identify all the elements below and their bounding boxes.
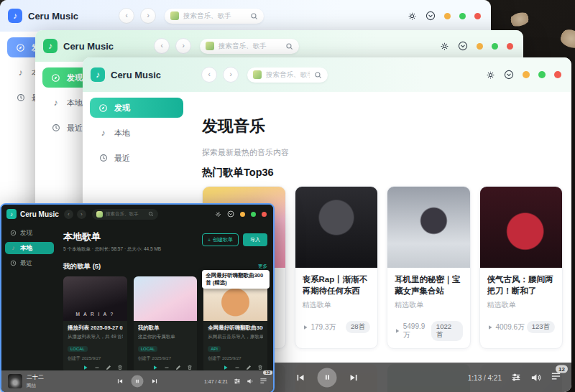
local-header-row: 本地歌单 5 个本地歌单 · 总时长: 58:57 · 总大小: 44.5 MB… xyxy=(63,230,267,253)
nav-buttons: ‹ › xyxy=(154,38,191,54)
play-icon[interactable] xyxy=(223,365,229,370)
edit-icon[interactable] xyxy=(106,365,111,370)
search-icon[interactable] xyxy=(285,42,293,50)
equalizer-icon[interactable] xyxy=(511,373,521,383)
previous-track-icon[interactable] xyxy=(296,373,305,382)
pause-button[interactable] xyxy=(132,375,144,388)
search-placeholder: 搜索音乐、歌手 xyxy=(106,211,145,218)
settings-gear-icon[interactable] xyxy=(215,211,221,218)
local-playlist-card[interactable]: 我的歌单 这是你的专属歌单 LOCAL 创建于 2025/9/27 xyxy=(134,276,198,373)
import-button[interactable]: 导入 xyxy=(243,233,267,246)
sidebar-item-discover[interactable]: 发现 xyxy=(90,98,183,118)
maximize-dot-button[interactable] xyxy=(492,43,498,50)
sidebar-label: 最近 xyxy=(67,123,83,134)
delete-icon[interactable] xyxy=(187,365,193,370)
search-icon[interactable] xyxy=(314,71,322,79)
search-input[interactable]: 搜索音乐、歌手 xyxy=(200,39,299,54)
music-note-icon: ♪ xyxy=(51,98,60,107)
maximize-dot-button[interactable] xyxy=(459,13,466,19)
minimize-chevron-icon[interactable] xyxy=(504,70,514,80)
remove-icon[interactable] xyxy=(234,365,240,370)
playlist-card[interactable]: 耳机里的秘密｜宝藏女声集合站 精选歌单 5499.9万 1022首 xyxy=(387,186,471,349)
pause-button[interactable] xyxy=(318,368,337,387)
next-track-icon[interactable] xyxy=(152,378,158,385)
equalizer-icon[interactable] xyxy=(234,378,241,385)
search-input[interactable]: 搜索音乐、歌手 xyxy=(165,9,264,24)
create-playlist-button[interactable]: +创建歌单 xyxy=(202,233,239,246)
volume-icon[interactable] xyxy=(530,372,541,383)
queue-button[interactable]: 12 xyxy=(259,375,267,388)
playlist-cover: M A R I A ? xyxy=(63,276,127,321)
next-track-icon[interactable] xyxy=(349,373,359,382)
source-tag: LOCAL xyxy=(138,346,158,352)
playlist-cover xyxy=(387,187,470,268)
sidebar-item-discover[interactable]: 发现 xyxy=(5,227,54,239)
playlist-card[interactable]: 丧系Rap丨渐渐不再期待任何东西 精选歌单 179.3万 28首 xyxy=(295,186,379,349)
minimize-dot-button[interactable] xyxy=(240,212,245,217)
sidebar: 发现 ♪ 本地 最近 xyxy=(1,223,58,392)
minimize-dot-button[interactable] xyxy=(477,43,483,50)
minimize-dot-button[interactable] xyxy=(444,13,451,19)
sidebar-item-recent[interactable]: 最近 xyxy=(5,257,54,269)
edit-icon[interactable] xyxy=(246,365,252,370)
created-date: 创建于 2025/9/27 xyxy=(68,355,123,362)
back-button[interactable]: ‹ xyxy=(64,210,73,219)
pause-icon xyxy=(135,379,140,384)
settings-gear-icon[interactable] xyxy=(486,70,495,80)
card-body: 全网最好听嗨翻歌曲300首 (... 从网易云音乐导入，原歌单：全网... AP… xyxy=(203,321,267,373)
now-playing-art[interactable] xyxy=(8,374,22,388)
player-right-cluster: 1:13 / 4:21 12 xyxy=(468,370,561,384)
playlist-card[interactable]: 侠气古风：腰间两把刀！断和了 精选歌单 4009.6万 123首 xyxy=(479,186,564,349)
delete-icon[interactable] xyxy=(257,365,263,370)
minimize-chevron-icon[interactable] xyxy=(458,41,468,51)
forward-button[interactable]: › xyxy=(140,8,156,24)
sidebar-item-local[interactable]: ♪ 本地 xyxy=(90,123,183,143)
compass-icon xyxy=(51,73,60,83)
cover-text: M A R I A ? xyxy=(63,312,127,317)
settings-gear-icon[interactable] xyxy=(408,11,417,21)
close-dot-button[interactable] xyxy=(507,43,513,50)
search-icon[interactable] xyxy=(250,12,258,20)
queue-button[interactable]: 12 xyxy=(551,370,561,384)
forward-button[interactable]: › xyxy=(223,67,239,83)
local-playlist-card[interactable]: 全网最好听嗨翻歌曲300首 (... 从网易云音乐导入，原歌单：全网... AP… xyxy=(203,276,267,373)
remove-icon[interactable] xyxy=(94,365,100,370)
search-icon[interactable] xyxy=(148,211,154,217)
playlist-title: 耳机里的秘密｜宝藏女声集合站 xyxy=(395,274,463,297)
maximize-dot-button[interactable] xyxy=(538,71,546,78)
music-note-icon: ♪ xyxy=(16,68,25,77)
sidebar-label: 最近 xyxy=(114,153,130,164)
section-more-link[interactable]: 更多 xyxy=(258,263,267,270)
close-dot-button[interactable] xyxy=(554,71,561,78)
edit-icon[interactable] xyxy=(175,365,181,370)
local-playlist-card[interactable]: M A R I A ? 播放列表 2025-09-27 07:23 从播放列表导… xyxy=(63,276,127,373)
remove-icon[interactable] xyxy=(164,365,170,370)
close-dot-button[interactable] xyxy=(474,13,481,19)
search-input[interactable]: 搜索音乐、歌手 xyxy=(247,67,328,83)
sidebar-item-local[interactable]: ♪ 本地 xyxy=(5,242,54,254)
search-input[interactable]: 搜索音乐、歌手 xyxy=(92,209,158,220)
play-icon[interactable] xyxy=(83,365,88,370)
volume-icon[interactable] xyxy=(247,378,254,385)
titlebar: ♪ Ceru Music ‹ › 搜索音乐、歌手 xyxy=(0,0,491,32)
play-icon[interactable] xyxy=(152,365,158,370)
maximize-dot-button[interactable] xyxy=(251,212,256,217)
sidebar-item-recent[interactable]: 最近 xyxy=(90,148,183,168)
app-logo-icon: ♪ xyxy=(6,209,17,219)
forward-button[interactable]: › xyxy=(77,210,86,219)
compass-icon xyxy=(16,43,25,52)
previous-track-icon[interactable] xyxy=(117,378,124,385)
forward-button[interactable]: › xyxy=(175,38,191,54)
play-count: 4009.6万 xyxy=(487,322,525,332)
minimize-chevron-icon[interactable] xyxy=(426,11,436,21)
sidebar-label: 最近 xyxy=(20,259,32,268)
back-button[interactable]: ‹ xyxy=(201,67,217,83)
minimize-dot-button[interactable] xyxy=(523,71,530,78)
close-dot-button[interactable] xyxy=(262,212,267,217)
minimize-chevron-icon[interactable] xyxy=(227,210,234,218)
back-button[interactable]: ‹ xyxy=(154,38,170,54)
delete-icon[interactable] xyxy=(117,365,123,370)
back-button[interactable]: ‹ xyxy=(119,8,134,24)
section-title: 我的歌单 (5) xyxy=(63,262,101,271)
settings-gear-icon[interactable] xyxy=(440,42,449,51)
